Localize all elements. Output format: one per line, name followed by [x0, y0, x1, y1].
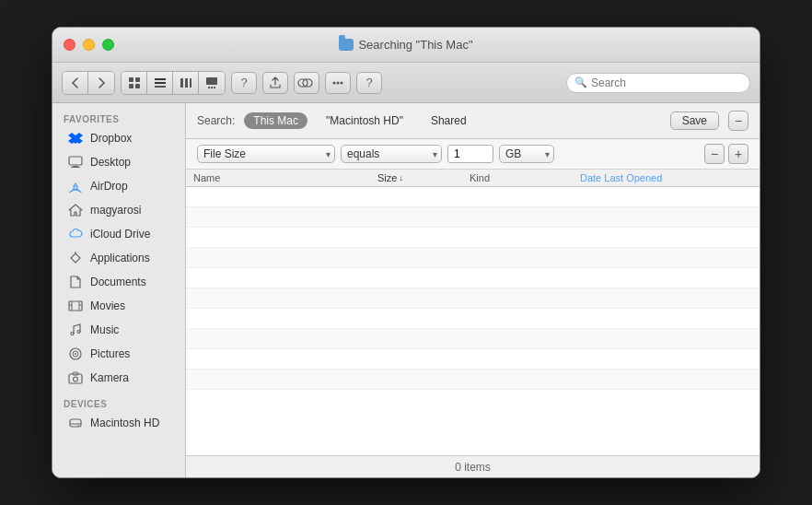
status-bar: 0 items [186, 455, 760, 477]
tags-button[interactable] [294, 72, 319, 94]
empty-row [186, 288, 760, 309]
main-content: Favorites Dropbox [52, 103, 760, 477]
search-box[interactable]: 🔍 [566, 73, 750, 93]
magyarosi-label: magyarosi [90, 204, 141, 217]
search-input[interactable] [591, 76, 742, 89]
macintosh-hd-label: Macintosh HD [90, 417, 159, 429]
filter-value-input[interactable] [447, 145, 493, 163]
filter-add-button[interactable]: + [728, 144, 748, 164]
empty-row [186, 349, 760, 370]
svg-rect-4 [155, 78, 166, 80]
empty-row [186, 207, 760, 228]
column-view-button[interactable] [173, 72, 199, 94]
help-button[interactable]: ? [231, 72, 257, 94]
sidebar-item-icloud-drive[interactable]: iCloud Drive [56, 222, 181, 246]
more-help-icon: ? [365, 76, 372, 89]
documents-icon [67, 274, 84, 290]
operator-select-wrapper: equals [341, 145, 442, 163]
movies-label: Movies [90, 299, 125, 312]
sidebar-item-magyarosi[interactable]: magyarosi [56, 198, 181, 222]
share-icon [269, 76, 282, 89]
date-column-header[interactable]: Date Last Opened [573, 172, 760, 183]
items-count: 0 items [455, 461, 491, 474]
finder-window: Searching "This Mac" [52, 27, 760, 478]
sort-arrow: ↓ [399, 173, 403, 182]
empty-row [186, 228, 760, 248]
svg-point-16 [333, 81, 336, 84]
icon-view-button[interactable] [122, 72, 147, 94]
svg-point-30 [77, 331, 80, 334]
folder-icon [339, 39, 354, 51]
svg-point-29 [71, 333, 74, 335]
column-headers: Name Size ↓ Kind Date Last Opened [186, 170, 760, 187]
sidebar-item-documents[interactable]: Documents [56, 270, 181, 294]
sidebar-item-airdrop[interactable]: AirDrop [56, 174, 181, 198]
sidebar-item-desktop[interactable]: Desktop [56, 150, 181, 174]
forward-button[interactable] [88, 72, 114, 94]
size-column-header[interactable]: Size ↓ [370, 172, 462, 183]
file-area: Search: This Mac "Macintosh HD" Shared S… [186, 103, 760, 477]
sidebar-item-music[interactable]: Music [56, 318, 181, 342]
pictures-icon [67, 346, 84, 362]
minimize-button[interactable] [83, 39, 95, 51]
close-button[interactable] [64, 39, 75, 51]
action-button[interactable] [325, 72, 351, 94]
empty-row [186, 309, 760, 329]
list-view-button[interactable] [147, 72, 173, 94]
gallery-view-button[interactable] [199, 72, 225, 94]
svg-point-17 [337, 81, 340, 84]
svg-rect-2 [129, 84, 133, 88]
kind-column-header[interactable]: Kind [462, 172, 573, 183]
scope-this-mac-button[interactable]: This Mac [244, 112, 307, 129]
documents-label: Documents [90, 276, 146, 288]
criteria-select-wrapper: File Size [197, 145, 335, 163]
svg-point-39 [77, 425, 79, 427]
svg-point-36 [74, 377, 78, 382]
sidebar-item-dropbox[interactable]: Dropbox [56, 126, 181, 150]
traffic-lights [64, 39, 114, 51]
favorites-label: Favorites [52, 111, 185, 126]
kamera-icon [67, 370, 84, 386]
criteria-select[interactable]: File Size [197, 145, 335, 163]
drive-icon [67, 415, 84, 431]
svg-rect-6 [155, 86, 166, 88]
svg-rect-5 [155, 82, 166, 84]
title-text: Searching "This Mac" [358, 38, 472, 52]
sidebar-item-kamera[interactable]: Kamera [56, 366, 181, 390]
sidebar-item-pictures[interactable]: Pictures [56, 342, 181, 366]
share-button[interactable] [262, 72, 288, 94]
sidebar-item-movies[interactable]: Movies [56, 294, 181, 318]
action-icon [331, 76, 345, 89]
filter-buttons: − + [704, 144, 748, 164]
icon-view-icon [128, 76, 141, 89]
filter-remove-button[interactable]: − [704, 144, 725, 164]
svg-rect-0 [129, 77, 133, 82]
svg-rect-7 [180, 78, 183, 88]
icloud-icon [67, 226, 84, 242]
svg-rect-19 [69, 157, 82, 165]
scope-macintosh-hd-button[interactable]: "Macintosh HD" [317, 112, 412, 129]
more-help-button[interactable]: ? [356, 72, 382, 94]
svg-rect-24 [69, 301, 82, 311]
svg-rect-8 [185, 78, 188, 88]
operator-select[interactable]: equals [341, 145, 442, 163]
pictures-label: Pictures [90, 347, 130, 360]
sidebar: Favorites Dropbox [52, 103, 186, 477]
svg-rect-9 [190, 78, 191, 88]
file-list [186, 187, 760, 455]
empty-row [186, 329, 760, 349]
save-search-button[interactable]: Save [670, 112, 719, 130]
name-column-header[interactable]: Name [186, 172, 370, 183]
scope-shared-button[interactable]: Shared [422, 112, 476, 129]
svg-point-18 [341, 81, 343, 84]
list-view-icon [154, 76, 167, 89]
sidebar-item-applications[interactable]: Applications [56, 246, 181, 270]
devices-label: Devices [52, 395, 185, 411]
back-button[interactable] [63, 72, 88, 94]
unit-select[interactable]: GB [499, 145, 554, 163]
sidebar-item-macintosh-hd[interactable]: Macintosh HD [56, 411, 181, 435]
remove-search-button[interactable]: − [728, 111, 748, 131]
nav-buttons [62, 71, 115, 95]
svg-rect-12 [211, 87, 213, 88]
maximize-button[interactable] [102, 39, 114, 51]
